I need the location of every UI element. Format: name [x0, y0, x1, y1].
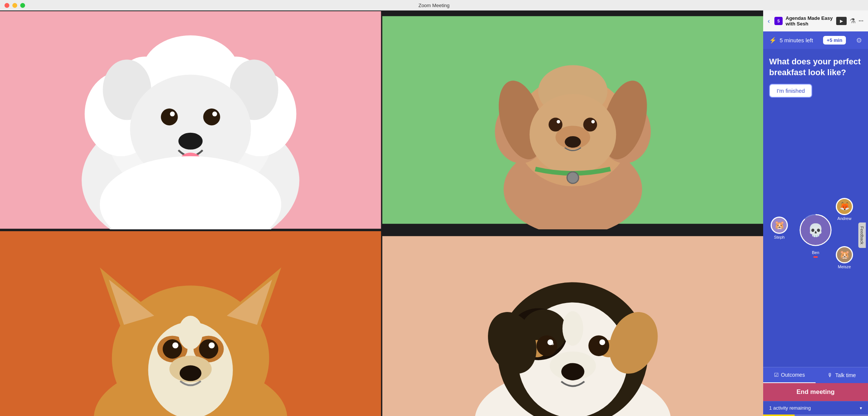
sidebar-title: Agendas Made Easy with Sesh — [786, 15, 833, 27]
timer-settings-icon[interactable]: ⚙ — [856, 36, 862, 45]
talk-time-label: Talk time — [835, 372, 856, 378]
video-cell-4 — [382, 230, 764, 416]
ben-avatar: 🦊 — [836, 198, 853, 215]
question-section: What does your perfect breakfast look li… — [763, 49, 868, 104]
activity-progress-fill — [763, 415, 795, 416]
svg-point-11 — [161, 108, 178, 125]
talk-time-icon: 🎙 — [828, 372, 833, 378]
finished-button[interactable]: I'm finished — [769, 84, 812, 98]
svg-point-71 — [562, 311, 583, 346]
andrew-timer-badge — [813, 256, 818, 258]
titlebar: Zoom Meeting — [0, 0, 868, 10]
activity-remaining: 1 activity remaining ▾ — [763, 401, 868, 415]
steph-avatar: 🐹 — [771, 217, 788, 234]
timer-left: ⚡ 5 minutes left — [769, 37, 813, 44]
activity-progress-bar — [763, 415, 868, 416]
filter-icon[interactable]: ⚗ — [850, 17, 856, 25]
participant-andrew: 💀 Ben — [798, 213, 833, 258]
participant-meisze: 🐹 Meisze — [836, 246, 853, 269]
svg-point-29 — [556, 120, 560, 123]
svg-point-66 — [599, 340, 605, 345]
timer-icon: ⚡ — [769, 37, 777, 44]
svg-point-13 — [170, 111, 175, 116]
svg-point-51 — [180, 365, 201, 381]
andrew-name: Ben — [812, 250, 819, 255]
meisze-name: Meisze — [838, 264, 851, 269]
svg-point-64 — [588, 336, 609, 357]
traffic-lights — [4, 3, 25, 8]
activity-chevron-icon[interactable]: ▾ — [860, 406, 862, 411]
svg-point-34 — [567, 172, 579, 183]
svg-point-12 — [203, 108, 220, 125]
outcomes-icon: ☑ — [774, 372, 779, 378]
svg-point-33 — [565, 136, 581, 148]
maximize-button[interactable] — [20, 3, 25, 8]
svg-point-52 — [178, 316, 203, 350]
close-button[interactable] — [4, 3, 9, 8]
video-settings-button[interactable]: ▶ — [836, 17, 847, 25]
sidebar-tabs: ☑ Outcomes 🎙 Talk time — [763, 367, 868, 383]
svg-point-47 — [172, 343, 178, 349]
video-settings-icon: ▶ — [840, 19, 843, 24]
ben-name: Andrew — [837, 216, 851, 221]
activity-remaining-text: 1 activity remaining — [769, 405, 811, 411]
timer-text: 5 minutes left — [780, 37, 813, 43]
svg-point-46 — [199, 340, 218, 359]
activity-section: 🐹 Steph 🦊 Andrew 💀 — [763, 104, 868, 367]
svg-point-30 — [591, 120, 595, 123]
svg-point-63 — [536, 336, 557, 357]
svg-point-45 — [163, 340, 182, 359]
video-area: 🎤 ▲ Mute 📹 ▲ Stop Video 👤+ Invite 👥 — [0, 10, 763, 416]
add-time-button[interactable]: +5 min — [823, 36, 846, 45]
svg-point-15 — [178, 133, 203, 150]
more-options-button[interactable]: ··· — [859, 18, 864, 24]
svg-point-67 — [551, 343, 553, 345]
back-button[interactable]: ‹ — [768, 17, 770, 25]
feedback-tab[interactable]: Feedback — [858, 223, 866, 248]
svg-point-14 — [212, 111, 217, 116]
wheel-container: 🐹 Steph 🦊 Andrew 💀 — [774, 198, 857, 273]
svg-point-48 — [209, 343, 215, 349]
sidebar-header: ‹ S Agendas Made Easy with Sesh ▶ ⚗ ··· — [763, 10, 868, 31]
participant-ben: 🦊 Andrew — [836, 198, 853, 221]
video-cell-3 — [0, 230, 381, 416]
minimize-button[interactable] — [12, 3, 17, 8]
video-grid — [0, 10, 763, 416]
question-text: What does your perfect breakfast look li… — [769, 56, 862, 78]
video-cell-1 — [0, 10, 381, 229]
svg-point-70 — [561, 363, 584, 380]
participant-steph: 🐹 Steph — [771, 217, 788, 239]
sidebar: ‹ S Agendas Made Easy with Sesh ▶ ⚗ ··· … — [763, 10, 868, 416]
steph-name: Steph — [774, 235, 785, 239]
end-meeting-button[interactable]: End meeting — [763, 383, 868, 401]
timer-section: ⚡ 5 minutes left +5 min ⚙ — [763, 31, 868, 49]
andrew-avatar: 💀 — [801, 215, 831, 245]
video-cell-2 — [382, 10, 764, 229]
andrew-ring: 💀 — [798, 213, 833, 249]
window-title: Zoom Meeting — [418, 3, 449, 8]
sidebar-header-actions: ▶ ⚗ ··· — [836, 17, 864, 25]
outcomes-tab[interactable]: ☑ Outcomes — [763, 367, 816, 383]
main-content: 🎤 ▲ Mute 📹 ▲ Stop Video 👤+ Invite 👥 — [0, 10, 868, 416]
meisze-avatar: 🐹 — [836, 246, 853, 263]
sesh-logo: S — [774, 17, 783, 25]
talk-time-tab[interactable]: 🎙 Talk time — [816, 367, 868, 383]
outcomes-label: Outcomes — [781, 372, 805, 378]
